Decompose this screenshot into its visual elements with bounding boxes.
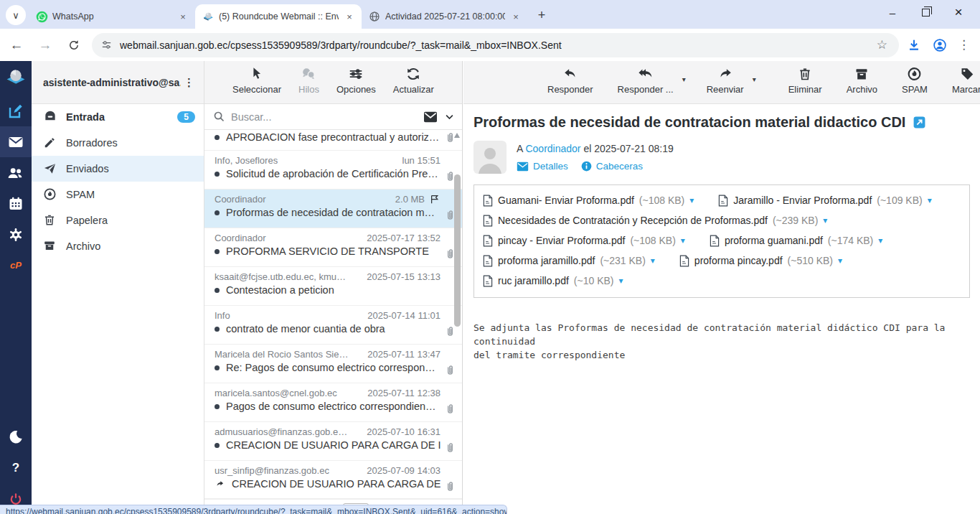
window-restore-button[interactable]: [915, 6, 936, 19]
threads-button[interactable]: Hilos: [295, 66, 323, 103]
reload-button[interactable]: [62, 33, 86, 57]
attachment[interactable]: Necesidades de Contratación y Recepción …: [483, 210, 827, 230]
message-view-column: Responder Responder ... ▾ Reenviar ▾ Eli…: [463, 61, 980, 514]
message-list-item[interactable]: APROBACION fase precontractual y autoriz…: [204, 130, 462, 151]
rail-cpanel-button[interactable]: cP: [0, 250, 32, 281]
archive-button[interactable]: Archivo: [843, 66, 881, 103]
details-toggle[interactable]: Detalles: [517, 161, 568, 172]
window-close-button[interactable]: ×: [948, 4, 969, 20]
rail-darkmode-button[interactable]: [0, 421, 32, 452]
search-options-chevron-icon[interactable]: [444, 111, 455, 122]
attachment-menu-icon[interactable]: ▾: [689, 195, 694, 205]
message-body-text: Se adjunta las Proformas de necesidad de…: [473, 321, 970, 362]
site-settings-icon[interactable]: [100, 39, 113, 51]
sidebar-item-borradores[interactable]: Borradores: [32, 130, 204, 156]
reply-all-caret-icon[interactable]: ▾: [682, 75, 686, 83]
options-button[interactable]: Opciones: [333, 66, 380, 103]
tab-roundcube-active[interactable]: (5) Roundcube Webmail :: Envia ×: [195, 4, 362, 29]
rail-compose-button[interactable]: [0, 95, 32, 126]
attachment-name: proforma guamani.pdf: [725, 235, 823, 246]
attachment[interactable]: ruc jaramillo.pdf (~10 KB) ▾: [483, 271, 623, 291]
pdf-file-icon: [483, 255, 493, 267]
attachment-name: ruc jaramillo.pdf: [498, 275, 569, 286]
bookmark-star-icon[interactable]: ☆: [874, 37, 890, 52]
sidebar-item-entrada[interactable]: Entrada 5: [32, 104, 204, 130]
list-scrollbar[interactable]: [453, 133, 461, 510]
search-scope-icon[interactable]: [423, 111, 438, 123]
tab-close-icon[interactable]: ×: [509, 10, 522, 23]
reply-button[interactable]: Responder: [544, 66, 597, 103]
unread-dot: [215, 443, 220, 448]
message-list-item[interactable]: ksaait@fcjse.utb.edu.ec, kmu…2025-07-15 …: [204, 267, 462, 306]
profile-button[interactable]: [932, 37, 948, 53]
tab-whatsapp[interactable]: WhatsApp ×: [29, 4, 195, 29]
message-list-item[interactable]: usr_sinfip@finanzas.gob.ec2025-07-09 14:…: [204, 461, 462, 500]
address-bar[interactable]: webmail.sanjuan.gob.ec/cpsess1535909589/…: [92, 33, 899, 57]
attachment[interactable]: proforma jaramillo.pdf (~231 KB) ▾: [483, 251, 655, 271]
reply-all-button[interactable]: Responder ... ▾: [614, 66, 677, 103]
rail-calendar-button[interactable]: [0, 188, 32, 219]
mark-button[interactable]: Marcar: [948, 66, 980, 103]
attachment-menu-icon[interactable]: ▾: [878, 235, 882, 246]
search-input[interactable]: [231, 111, 417, 123]
attachment-menu-icon[interactable]: ▾: [928, 195, 932, 205]
new-tab-button[interactable]: +: [532, 6, 551, 24]
message-list-item[interactable]: Info2025-07-14 11:01 contrato de menor c…: [204, 306, 462, 345]
mail-icon: [7, 134, 24, 151]
forward-caret-icon[interactable]: ▾: [753, 75, 756, 83]
scroll-up-icon[interactable]: [454, 133, 460, 138]
message-list-item[interactable]: Maricela del Rocio Santos Sie…2025-07-11…: [204, 345, 462, 383]
rail-help-button[interactable]: ?: [0, 452, 32, 483]
sidebar-item-archivo[interactable]: Archivo: [32, 233, 204, 259]
delete-button[interactable]: Eliminar: [785, 66, 826, 103]
calendar-icon: [7, 195, 24, 212]
refresh-button[interactable]: Actualizar: [390, 66, 438, 103]
select-button[interactable]: Seleccionar: [229, 66, 285, 103]
downloads-button[interactable]: [906, 37, 922, 53]
unread-dot: [215, 365, 220, 370]
attachment-menu-icon[interactable]: ▾: [681, 235, 685, 246]
open-in-new-window-icon[interactable]: [913, 116, 926, 129]
message-date: 2025-07-15 13:13: [367, 271, 440, 282]
message-list-item[interactable]: Coordinador2025-07-17 13:52 PROFORMA SER…: [204, 228, 462, 267]
browser-menu-button[interactable]: ⋮: [958, 37, 970, 52]
attachment-menu-icon[interactable]: ▾: [618, 276, 623, 286]
message-list-item[interactable]: maricela.santos@cnel.gob.ec2025-07-11 12…: [204, 383, 462, 422]
sidebar-item-enviados[interactable]: Enviados: [32, 156, 204, 182]
attachment[interactable]: pincay - Enviar Proforma.pdf (~108 KB) ▾: [483, 230, 685, 251]
recipient-link[interactable]: Coordinador: [525, 143, 580, 154]
attachment-menu-icon[interactable]: ▾: [651, 256, 655, 266]
sidebar-item-papelera[interactable]: Papelera: [32, 207, 204, 233]
tab-search-button[interactable]: ∨: [6, 5, 26, 25]
attachment[interactable]: Jaramillo - Enviar Proforma.pdf (~109 KB…: [718, 190, 931, 210]
tab-close-icon[interactable]: ×: [176, 10, 189, 23]
attachment[interactable]: proforma pincay.pdf (~510 KB) ▾: [679, 251, 842, 271]
message-list-item[interactable]: admusuarios@finanzas.gob.e…2025-07-10 16…: [204, 422, 462, 461]
message-list-item[interactable]: Info, Josefloreslun 15:51 Solicitud de a…: [204, 151, 462, 190]
unread-badge: 5: [177, 111, 195, 123]
tab-actividad[interactable]: Actividad 2025-07-21 08:00:00 ×: [362, 4, 528, 29]
url-text[interactable]: webmail.sanjuan.gob.ec/cpsess1535909589/…: [120, 39, 874, 51]
headers-toggle[interactable]: Cabeceras: [581, 161, 643, 172]
message-toolbar: Responder Responder ... ▾ Reenviar ▾ Eli…: [463, 61, 980, 104]
sidebar-item-spam[interactable]: SPAM: [32, 182, 204, 207]
back-button[interactable]: ←: [4, 33, 29, 57]
attachment[interactable]: proforma guamani.pdf (~174 KB) ▾: [710, 230, 882, 251]
forward-button[interactable]: →: [33, 33, 57, 57]
account-menu-icon[interactable]: ⋮: [181, 76, 198, 89]
attachment-menu-icon[interactable]: ▾: [838, 256, 842, 266]
folders-column: asistente-administrativo@sa… ⋮ Entrada 5…: [32, 61, 204, 514]
tab-close-icon[interactable]: ×: [343, 10, 356, 23]
account-header[interactable]: asistente-administrativo@sa… ⋮: [32, 61, 204, 104]
attachment[interactable]: Guamani- Enviar Proforma.pdf (~108 KB) ▾: [483, 190, 694, 210]
scrollbar-thumb[interactable]: [454, 174, 461, 327]
forward-button[interactable]: Reenviar ▾: [703, 66, 748, 103]
window-minimize-button[interactable]: –: [882, 6, 903, 19]
rail-mail-button[interactable]: [0, 126, 32, 157]
rail-contacts-button[interactable]: [0, 157, 32, 188]
rail-settings-button[interactable]: [0, 219, 32, 250]
attachment-menu-icon[interactable]: ▾: [823, 215, 827, 225]
spam-button[interactable]: SPAM: [898, 66, 931, 103]
message-list-item-selected[interactable]: Coordinador2.0 MB Proformas de necesidad…: [204, 190, 462, 228]
flag-icon[interactable]: [429, 194, 440, 205]
